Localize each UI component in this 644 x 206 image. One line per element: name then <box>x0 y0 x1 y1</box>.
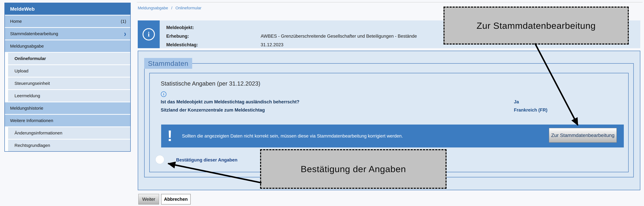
sidebar-item-upload[interactable]: Upload <box>8 65 130 77</box>
sidebar-item-label: Upload <box>14 69 28 73</box>
abbrechen-button[interactable]: Abbrechen <box>161 194 191 205</box>
app-title: MeldeWeb <box>5 3 130 15</box>
exclamation-icon: ! <box>167 125 172 147</box>
weiter-button[interactable]: Weiter <box>138 194 159 205</box>
zur-stammdatenbearbeitung-button[interactable]: Zur Stammdatenbearbeitung <box>549 128 617 143</box>
question-value: Frankreich (FR) <box>514 107 548 113</box>
annotation-box-bestaetigung-der-angaben: Bestätigung der Angaben <box>260 149 446 189</box>
info-label: Meldeobjekt: <box>166 24 261 31</box>
info-value: 31.12.2023 <box>261 41 283 48</box>
annotation-box-zur-stammdatenbearbeitung: Zur Stammdatenbearbeitung <box>444 6 629 45</box>
sidebar-item-label: Meldungsabgabe <box>10 44 44 49</box>
correction-hint-text: Sollten die angezeigten Daten nicht korr… <box>182 124 403 147</box>
confirm-radio-label: Bestätigung dieser Angaben <box>176 157 238 163</box>
sidebar-item-meldungsabgabe[interactable]: Meldungsabgabe <box>5 40 130 52</box>
sidebar: MeldeWeb Home (1) Stammdatenbearbeitung … <box>4 3 131 152</box>
correction-hint-banner: ! Sollten die angezeigten Daten nicht ko… <box>161 124 624 147</box>
sidebar-item-label: Weitere Informationen <box>10 118 53 123</box>
sidebar-item-label: Änderungsinformationen <box>14 130 62 135</box>
sidebar-item-leermeldung[interactable]: Leermeldung <box>8 90 130 102</box>
info-box-stripe: i <box>138 20 160 48</box>
info-icon[interactable]: i <box>161 91 166 97</box>
sidebar-item-aenderungsinformationen[interactable]: Änderungsinformationen <box>8 127 130 139</box>
sidebar-item-label: Steuerungseinheit <box>14 81 50 86</box>
sidebar-item-weitere-informationen[interactable]: Weitere Informationen <box>5 115 130 126</box>
sidebar-item-stammdatenbearbeitung[interactable]: Stammdatenbearbeitung › <box>5 28 130 40</box>
sidebar-item-label: Stammdatenbearbeitung <box>10 31 58 36</box>
question-value: Ja <box>514 99 519 104</box>
sidebar-item-rechtsgrundlagen[interactable]: Rechtsgrundlagen <box>8 140 130 151</box>
info-label: Erhebung: <box>166 33 261 39</box>
breadcrumb-separator: / <box>171 6 172 10</box>
sidebar-item-steuerungseinheit[interactable]: Steuerungseinheit <box>8 78 130 89</box>
breadcrumb-link-onlineformular[interactable]: Onlineformular <box>176 6 202 10</box>
question-row-auslaendisch-beherrscht: Ist das Meldeobjekt zum Meldestichtag au… <box>161 99 622 105</box>
sidebar-item-label: Onlineformular <box>14 56 46 61</box>
question-label: Sitzland der Konzernzentrale zum Meldest… <box>161 107 265 112</box>
sidebar-item-label: Meldungshistorie <box>10 106 43 111</box>
breadcrumb-link-meldungsabgabe[interactable]: Meldungsabgabe <box>138 6 168 10</box>
question-row-sitzland: Sitzland der Konzernzentrale zum Meldest… <box>161 107 622 113</box>
top-divider <box>137 2 642 2</box>
sidebar-item-label: Home <box>10 19 22 24</box>
question-label: Ist das Meldeobjekt zum Meldestichtag au… <box>161 99 299 104</box>
info-icon: i <box>142 28 155 40</box>
sidebar-item-home[interactable]: Home (1) <box>5 15 130 27</box>
sidebar-item-onlineformular[interactable]: Onlineformular <box>8 53 130 64</box>
info-label: Meldestichtag: <box>166 41 261 48</box>
sidebar-item-label: Leermeldung <box>14 93 40 98</box>
breadcrumb: Meldungsabgabe / Onlineformular <box>138 6 202 10</box>
chevron-right-icon: › <box>124 30 126 38</box>
notification-count-badge: (1) <box>121 19 126 24</box>
sidebar-item-meldungshistorie[interactable]: Meldungshistorie <box>5 102 130 114</box>
info-value: AWBES - Grenzüberschreitende Gesellschaf… <box>261 33 417 39</box>
confirm-radio[interactable] <box>156 155 164 164</box>
subsection-title: Statistische Angaben (per 31.12.2023) <box>161 80 260 87</box>
sidebar-item-label: Rechtsgrundlagen <box>14 143 50 148</box>
section-legend: Stammdaten <box>144 58 192 69</box>
